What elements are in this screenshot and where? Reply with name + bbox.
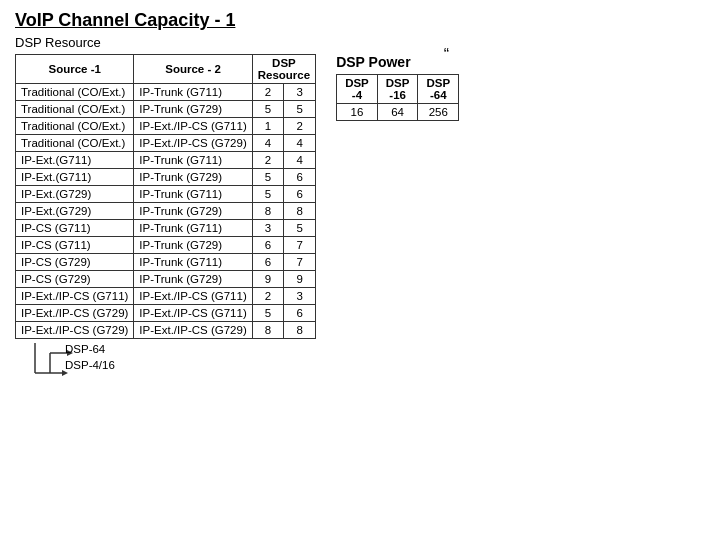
table-cell: IP-Ext./IP-CS (G711) [134,305,252,322]
table-row: IP-CS (G711)IP-Trunk (G729)67 [16,237,316,254]
table-cell: IP-CS (G729) [16,254,134,271]
table-cell: IP-Ext.(G729) [16,203,134,220]
table-cell: IP-Ext./IP-CS (G729) [16,322,134,339]
table-cell: IP-Trunk (G711) [134,186,252,203]
annotation-labels: DSP-64 DSP-4/16 [65,343,115,375]
table-cell: 5 [252,305,284,322]
table-cell: Traditional (CO/Ext.) [16,135,134,152]
table-cell: Traditional (CO/Ext.) [16,101,134,118]
table-row: Traditional (CO/Ext.)IP-Trunk (G729)55 [16,101,316,118]
table-row: Traditional (CO/Ext.)IP-Ext./IP-CS (G711… [16,118,316,135]
table-cell: IP-Trunk (G711) [134,152,252,169]
table-row: Traditional (CO/Ext.)IP-Trunk (G711)23 [16,84,316,101]
table-cell: IP-Trunk (G729) [134,237,252,254]
annotation-area: DSP-64 DSP-4/16 [15,343,316,393]
table-cell: 8 [252,203,284,220]
table-cell: 7 [284,254,316,271]
table-cell: 6 [252,237,284,254]
table-cell: 8 [252,322,284,339]
table-cell: 5 [252,169,284,186]
table-row: IP-Ext.(G729)IP-Trunk (G711)56 [16,186,316,203]
table-cell: 2 [284,118,316,135]
table-cell: Traditional (CO/Ext.) [16,118,134,135]
table-row: IP-Ext./IP-CS (G729)IP-Ext./IP-CS (G711)… [16,305,316,322]
table-cell: 5 [252,186,284,203]
annotation-dsp64: DSP-64 [65,343,115,355]
table-cell: 4 [284,152,316,169]
table-cell: IP-Ext.(G711) [16,169,134,186]
table-cell: IP-Ext./IP-CS (G729) [134,322,252,339]
dsp-power-title: DSP Power [336,54,459,70]
dsp-power-table: DSP-4DSP-16DSP-64 1664256 [336,74,459,121]
table-cell: IP-Ext./IP-CS (G711) [134,288,252,305]
table-cell: IP-Trunk (G729) [134,271,252,288]
table-cell: 8 [284,322,316,339]
table-cell: 3 [252,220,284,237]
table-cell: 7 [284,237,316,254]
dsp-power-value-0: 16 [337,104,378,121]
table-cell: IP-Ext./IP-CS (G711) [134,118,252,135]
table-cell: IP-Trunk (G729) [134,101,252,118]
table-cell: 4 [284,135,316,152]
table-cell: 3 [284,288,316,305]
table-cell: IP-Trunk (G729) [134,203,252,220]
col-header-dsp: DSPResource [252,55,315,84]
annotation-dsp4-16: DSP-4/16 [65,359,115,371]
dsp-power-header-0: DSP-4 [337,75,378,104]
table-cell: 5 [252,101,284,118]
table-cell: 5 [284,220,316,237]
dsp-power-header-1: DSP-16 [377,75,418,104]
quote-mark: “ [444,46,449,64]
capacity-table: Source -1 Source - 2 DSPResource Traditi… [15,54,316,339]
table-cell: IP-CS (G711) [16,220,134,237]
dsp-power-value-2: 256 [418,104,459,121]
right-section: “ DSP Power DSP-4DSP-16DSP-64 1664256 [336,54,459,121]
table-cell: 9 [284,271,316,288]
table-cell: 6 [252,254,284,271]
table-cell: 6 [284,186,316,203]
table-cell: IP-Ext.(G729) [16,186,134,203]
table-cell: 3 [284,84,316,101]
table-cell: 2 [252,152,284,169]
table-row: IP-Ext./IP-CS (G711)IP-Ext./IP-CS (G711)… [16,288,316,305]
table-cell: Traditional (CO/Ext.) [16,84,134,101]
table-cell: 5 [284,101,316,118]
table-cell: IP-CS (G729) [16,271,134,288]
table-row: IP-Ext.(G711)IP-Trunk (G711)24 [16,152,316,169]
table-cell: IP-Trunk (G711) [134,220,252,237]
table-cell: IP-Ext./IP-CS (G729) [16,305,134,322]
table-row: IP-CS (G729)IP-Trunk (G711)67 [16,254,316,271]
table-cell: 6 [284,305,316,322]
col-header-source2: Source - 2 [134,55,252,84]
table-cell: 4 [252,135,284,152]
dsp-power-value-1: 64 [377,104,418,121]
col-header-source1: Source -1 [16,55,134,84]
table-cell: 8 [284,203,316,220]
table-row: IP-Ext.(G711)IP-Trunk (G729)56 [16,169,316,186]
table-cell: IP-Ext./IP-CS (G711) [16,288,134,305]
table-cell: 2 [252,84,284,101]
table-cell: IP-Ext./IP-CS (G729) [134,135,252,152]
table-row: IP-CS (G711)IP-Trunk (G711)35 [16,220,316,237]
table-cell: IP-Trunk (G711) [134,84,252,101]
dsp-power-header-2: DSP-64 [418,75,459,104]
page-title: VoIP Channel Capacity - 1 [15,10,705,31]
table-row: Traditional (CO/Ext.)IP-Ext./IP-CS (G729… [16,135,316,152]
table-cell: 9 [252,271,284,288]
table-cell: IP-Trunk (G711) [134,254,252,271]
table-cell: IP-CS (G711) [16,237,134,254]
dsp-resource-label: DSP Resource [15,35,705,50]
table-row: IP-CS (G729)IP-Trunk (G729)99 [16,271,316,288]
table-cell: IP-Trunk (G729) [134,169,252,186]
table-cell: 1 [252,118,284,135]
table-cell: IP-Ext.(G711) [16,152,134,169]
table-cell: 2 [252,288,284,305]
left-section: Source -1 Source - 2 DSPResource Traditi… [15,54,316,393]
table-row: IP-Ext./IP-CS (G729)IP-Ext./IP-CS (G729)… [16,322,316,339]
table-row: IP-Ext.(G729)IP-Trunk (G729)88 [16,203,316,220]
table-cell: 6 [284,169,316,186]
